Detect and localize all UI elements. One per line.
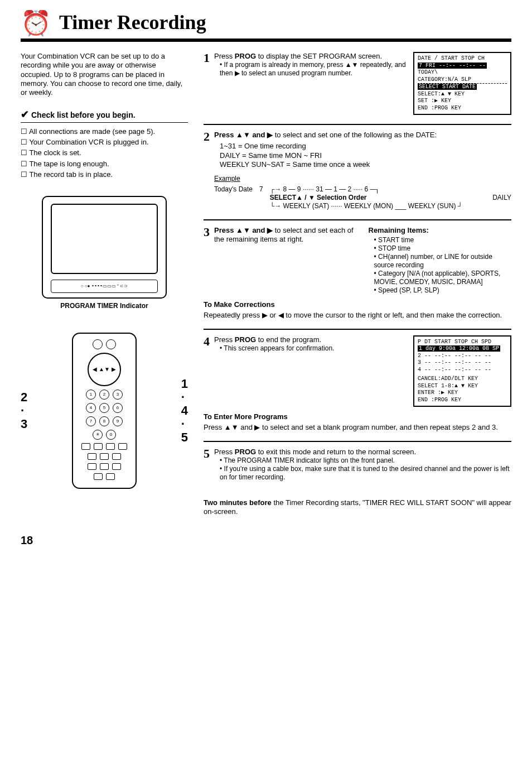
num-button: ✳: [93, 430, 103, 440]
osd-line: SET :▶ KEY: [418, 98, 507, 105]
num-button: 3: [113, 390, 123, 400]
sequence-numbers: 8 — 9 ······ 31 — 1 — 2 ····· 6: [283, 185, 369, 193]
checklist-item: The tape is long enough.: [21, 160, 188, 169]
remaining-item: CH(annel) number, or LINE for outside so…: [374, 253, 512, 270]
osd-line: 3 -- --:-- --:-- -- --: [418, 359, 507, 367]
step-text: Press: [214, 52, 235, 60]
rect-button: [100, 453, 109, 460]
remote-illustration: ◀ ▲▼ ▶ 123 456 789 ✳0: [72, 333, 137, 489]
corrections-title: To Make Corrections: [204, 300, 511, 309]
step-text: and: [250, 226, 267, 234]
more-programs-title: To Enter More Programs: [204, 412, 511, 421]
footer-note: Two minutes before the Timer Recording s…: [204, 498, 511, 517]
osd-line-inverted: SELECT START DATE: [418, 84, 477, 90]
updown-icon: ▲▼: [236, 131, 250, 139]
step-bullet: If you're using a cable box, make sure t…: [220, 465, 511, 482]
example-label: Example: [214, 175, 240, 182]
step-text: and: [250, 131, 267, 139]
osd-line-inverted: 1 day 9:00a 12:00a 08 SP: [418, 345, 500, 352]
num-button: 2: [99, 390, 109, 400]
rect-button: [100, 463, 109, 470]
osd-line: SELECT 1-8:▲ ▼ KEY: [418, 383, 507, 390]
tv-vcr-icon: [106, 339, 116, 349]
remaining-item: START time: [374, 236, 512, 244]
osd-line: 4 -- --:-- --:-- -- --: [418, 367, 507, 374]
osd-line: 2 -- --:-- --:-- -- --: [418, 353, 507, 360]
step-number: 4: [204, 335, 210, 348]
tv-screen: [51, 204, 158, 274]
step-text: Press: [214, 226, 236, 234]
remote-callout-right: 1 · 4 · 5: [181, 377, 188, 445]
updown-icon: ▲▼: [236, 226, 250, 234]
remaining-item: Category [N/A (not applicable), SPORTS, …: [374, 270, 512, 286]
num-button: 1: [86, 390, 96, 400]
step-text: Press: [214, 131, 236, 139]
num-button: 8: [99, 416, 109, 426]
tv-caption: PROGRAM TIMER Indicator: [21, 302, 188, 310]
rect-button: [112, 463, 121, 470]
more-programs-text: Press ▲▼ and ▶ to select and set a blank…: [204, 423, 511, 432]
clock-icon: ⏰: [21, 11, 51, 35]
step-1: DATE / START STOP CH 7 FRI --:-- --:-- -…: [204, 52, 511, 115]
osd-line: END :PROG KEY: [418, 105, 507, 112]
step-4: P DT START STOP CH SPD 1 day 9:00a 12:00…: [204, 329, 511, 432]
checkmark-icon: ✔: [21, 109, 29, 120]
osd-line: END :PROG KEY: [418, 397, 507, 404]
step-text: to end the program.: [256, 335, 321, 344]
tv-illustration: ○ ○● ∘∘∘∘▭▭▭ ° ⊂⊃: [42, 196, 167, 299]
remote-callout-left: 2 · 3: [21, 391, 27, 431]
step-number: 2: [204, 131, 210, 143]
rect-button: [94, 443, 103, 450]
num-button: 4: [86, 403, 96, 413]
num-button: 5: [99, 403, 109, 413]
osd-line: TODAY\: [418, 69, 507, 76]
today-label: Today's Date: [214, 185, 253, 194]
step-bullet: If a program is already in memory, press…: [220, 61, 408, 78]
date-option: 1~31 = One time recording: [220, 142, 511, 151]
example-diagram: Example Today's Date 7 ┌→ 8 — 9 ······ 3…: [214, 175, 511, 210]
step-text: Press: [214, 448, 235, 456]
page-number: 18: [21, 534, 511, 547]
remaining-item: STOP time: [374, 244, 512, 253]
rect-button: [88, 463, 96, 470]
step-number: 1: [204, 52, 210, 64]
rect-button: [81, 443, 90, 450]
step-number: 3: [204, 226, 210, 238]
rect-button: [106, 473, 115, 480]
num-button: 0: [106, 430, 116, 440]
power-icon: [93, 339, 103, 349]
remaining-item: Speed (SP, LP, SLP): [374, 286, 512, 295]
step-text: to select and set one of the following a…: [273, 131, 437, 139]
num-button: 6: [113, 403, 123, 413]
osd-line: CATEGORY:N/A SLP: [418, 76, 507, 84]
osd-screen-1: DATE / START STOP CH 7 FRI --:-- --:-- -…: [413, 52, 511, 115]
checklist-item: The record tab is in place.: [21, 170, 188, 179]
step-text: to exit this mode and return to the norm…: [256, 448, 416, 456]
osd-line: P DT START STOP CH SPD: [418, 339, 507, 346]
prog-key: PROG: [235, 335, 256, 344]
osd-line: ENTER :▶ KEY: [418, 390, 507, 397]
step-bullet: This screen appears for confirmation.: [220, 344, 408, 353]
step-bullet: The PROGRAM TIMER indicator lights on th…: [220, 457, 511, 465]
right-icon: ▶: [267, 226, 273, 234]
step-number: 5: [204, 448, 210, 460]
rect-button: [106, 443, 115, 450]
osd-line: SELECT:▲ ▼ KEY: [418, 91, 507, 98]
rect-button: [94, 473, 103, 480]
osd-line-inverted: 7 FRI --:-- --:-- --: [418, 63, 487, 69]
rect-button: [88, 453, 96, 460]
daily-label: DAILY: [492, 194, 511, 202]
rect-button: [112, 453, 121, 460]
num-button: 9: [113, 416, 123, 426]
step-text: Press: [214, 335, 235, 344]
checklist-item: All connections are made (see page 5).: [21, 127, 188, 136]
right-icon: ▶: [267, 131, 273, 139]
num-button: 7: [86, 416, 96, 426]
page-title: Timer Recording: [59, 10, 206, 35]
step-3: 3 Press ▲▼ and ▶ to select and set each …: [204, 219, 511, 320]
checklist: All connections are made (see page 5). Y…: [21, 127, 188, 179]
weekly-sequence: WEEKLY (SAT) ······ WEEKLY (MON) ___ WEE…: [283, 202, 456, 210]
date-option: WEEKLY SUN~SAT = Same time once a week: [220, 160, 511, 169]
header-rule: [21, 39, 511, 42]
footer-bold: Two minutes before: [204, 498, 272, 507]
